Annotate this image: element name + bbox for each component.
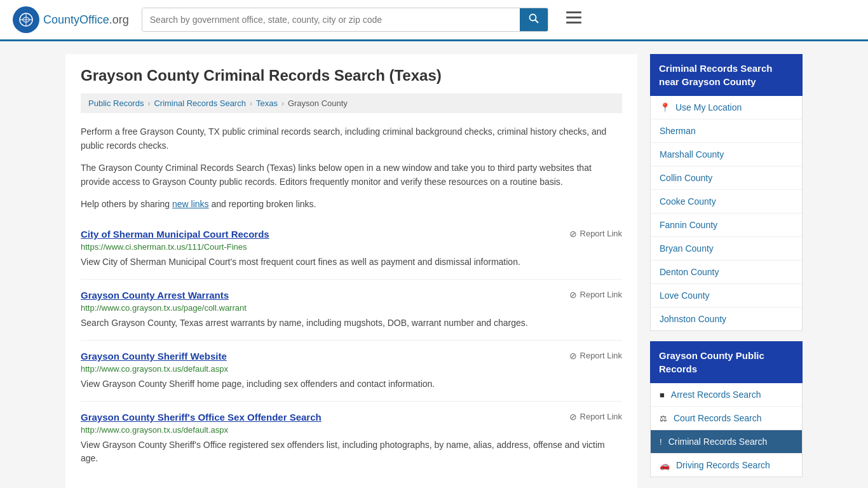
record-title[interactable]: Grayson County Sheriff's Office Sex Offe… (81, 412, 322, 423)
record-entry: City of Sherman Municipal Court Records … (81, 219, 622, 280)
court-records-icon: ⚖ (660, 414, 667, 423)
arrest-records-link[interactable]: Arrest Records Search (671, 390, 761, 400)
search-button[interactable] (520, 8, 548, 31)
report-link-icon: ⊘ (569, 229, 577, 239)
record-header: City of Sherman Municipal Court Records … (81, 229, 622, 240)
sidebar-location-item[interactable]: 📍 Use My Location (651, 96, 802, 119)
svg-rect-8 (566, 22, 581, 24)
report-link-button[interactable]: ⊘ Report Link (569, 351, 622, 361)
record-header: Grayson County Arrest Warrants ⊘ Report … (81, 290, 622, 301)
svg-rect-6 (566, 11, 581, 13)
svg-line-5 (535, 20, 538, 24)
nearby-section: Criminal Records Search near Grayson Cou… (650, 54, 803, 331)
sidebar-location-item[interactable]: Fannin County (651, 214, 802, 237)
svg-rect-7 (566, 17, 581, 18)
breadcrumb-item-grayson: Grayson County (288, 98, 348, 108)
sidebar-location-item[interactable]: Sherman (651, 119, 802, 143)
record-url[interactable]: http://www.co.grayson.tx.us/page/coll.wa… (81, 303, 622, 313)
nearby-location-link[interactable]: Bryan County (660, 243, 714, 254)
nearby-location-link[interactable]: Johnston County (660, 314, 726, 324)
logo-icon (13, 6, 39, 33)
new-links-link[interactable]: new links (172, 199, 209, 209)
nearby-location-link[interactable]: Cooke County (660, 196, 716, 207)
public-records-header: Grayson County Public Records (650, 341, 803, 383)
search-bar (142, 8, 548, 32)
driving-records-link[interactable]: Driving Records Search (676, 460, 770, 470)
nearby-location-link[interactable]: Collin County (660, 173, 712, 183)
nearby-section-body: 📍 Use My Location Sherman Marshall Count… (650, 96, 803, 331)
logo-text: CountyOffice.org (43, 13, 129, 27)
public-records-body: ■ Arrest Records Search ⚖ Court Records … (650, 383, 803, 477)
location-pin-icon: 📍 (660, 102, 670, 112)
record-desc: View City of Sherman Municipal Court's m… (81, 255, 622, 269)
breadcrumb-item-public-records[interactable]: Public Records (88, 98, 144, 108)
breadcrumb-item-texas[interactable]: Texas (256, 98, 278, 108)
breadcrumb-sep-1: › (147, 99, 150, 108)
records-list: City of Sherman Municipal Court Records … (81, 219, 622, 475)
nearby-location-link[interactable]: Fannin County (660, 220, 717, 230)
court-records-link[interactable]: Court Records Search (674, 413, 762, 423)
sidebar-location-item[interactable]: Love County (651, 284, 802, 308)
record-desc: View Grayson County Sheriff's Office reg… (81, 438, 622, 465)
sidebar-nav-criminal-records[interactable]: ! Criminal Records Search (651, 430, 802, 454)
driving-records-icon: 🚗 (660, 461, 670, 470)
use-my-location-link[interactable]: Use My Location (675, 102, 742, 112)
report-link-icon: ⊘ (569, 290, 577, 300)
record-url[interactable]: https://www.ci.sherman.tx.us/111/Court-F… (81, 242, 622, 252)
nearby-location-link[interactable]: Sherman (660, 126, 696, 136)
nearby-location-link[interactable]: Marshall County (660, 149, 724, 159)
sidebar-location-item[interactable]: Bryan County (651, 237, 802, 261)
search-input[interactable] (142, 8, 520, 31)
public-records-section: Grayson County Public Records ■ Arrest R… (650, 341, 803, 477)
breadcrumb: Public Records › Criminal Records Search… (81, 93, 622, 113)
main-content: Grayson County Criminal Records Search (… (65, 54, 637, 488)
record-entry: Grayson County Arrest Warrants ⊘ Report … (81, 280, 622, 341)
breadcrumb-sep-3: › (281, 99, 284, 108)
sidebar: Criminal Records Search near Grayson Cou… (650, 54, 803, 488)
page-title: Grayson County Criminal Records Search (… (81, 67, 622, 85)
hamburger-menu-button[interactable] (561, 9, 587, 30)
description-para3: Help others by sharing new links and rep… (81, 197, 622, 211)
record-entry: Grayson County Sheriff Website ⊘ Report … (81, 341, 622, 402)
svg-point-4 (529, 15, 536, 21)
nearby-location-link[interactable]: Love County (660, 290, 710, 301)
sidebar-location-item[interactable]: Collin County (651, 166, 802, 190)
sidebar-nav-court-records[interactable]: ⚖ Court Records Search (651, 407, 802, 430)
arrest-records-icon: ■ (660, 390, 665, 400)
description-para1: Perform a free Grayson County, TX public… (81, 125, 622, 153)
record-title[interactable]: City of Sherman Municipal Court Records (81, 229, 269, 240)
sidebar-nav-arrest-records[interactable]: ■ Arrest Records Search (651, 383, 802, 407)
site-header: CountyOffice.org (0, 0, 868, 41)
report-link-button[interactable]: ⊘ Report Link (569, 229, 622, 239)
sidebar-nav-driving-records[interactable]: 🚗 Driving Records Search (651, 454, 802, 477)
record-desc: View Grayson County Sheriff home page, i… (81, 377, 622, 391)
breadcrumb-sep-2: › (250, 99, 252, 108)
main-container: Grayson County Criminal Records Search (… (53, 41, 815, 488)
record-url[interactable]: http://www.co.grayson.tx.us/default.aspx (81, 425, 622, 435)
sidebar-location-item[interactable]: Marshall County (651, 143, 802, 166)
record-url[interactable]: http://www.co.grayson.tx.us/default.aspx (81, 364, 622, 374)
sidebar-location-item[interactable]: Cooke County (651, 190, 802, 214)
nearby-section-header: Criminal Records Search near Grayson Cou… (650, 54, 803, 96)
logo[interactable]: CountyOffice.org (13, 6, 129, 33)
record-title[interactable]: Grayson County Arrest Warrants (81, 290, 229, 301)
record-header: Grayson County Sheriff's Office Sex Offe… (81, 412, 622, 423)
criminal-records-icon: ! (660, 437, 662, 447)
record-entry: Grayson County Sheriff's Office Sex Offe… (81, 402, 622, 475)
report-link-icon: ⊘ (569, 412, 577, 422)
report-link-button[interactable]: ⊘ Report Link (569, 290, 622, 300)
nearby-location-link[interactable]: Denton County (660, 267, 719, 277)
record-desc: Search Grayson County, Texas arrest warr… (81, 316, 622, 330)
sidebar-location-item[interactable]: Denton County (651, 261, 802, 284)
record-header: Grayson County Sheriff Website ⊘ Report … (81, 351, 622, 362)
description-para2: The Grayson County Criminal Records Sear… (81, 161, 622, 189)
record-title[interactable]: Grayson County Sheriff Website (81, 351, 227, 362)
report-link-button[interactable]: ⊘ Report Link (569, 412, 622, 422)
criminal-records-link[interactable]: Criminal Records Search (668, 437, 768, 447)
breadcrumb-item-criminal-records[interactable]: Criminal Records Search (154, 98, 246, 108)
sidebar-location-item[interactable]: Johnston County (651, 308, 802, 330)
report-link-icon: ⊘ (569, 351, 577, 361)
